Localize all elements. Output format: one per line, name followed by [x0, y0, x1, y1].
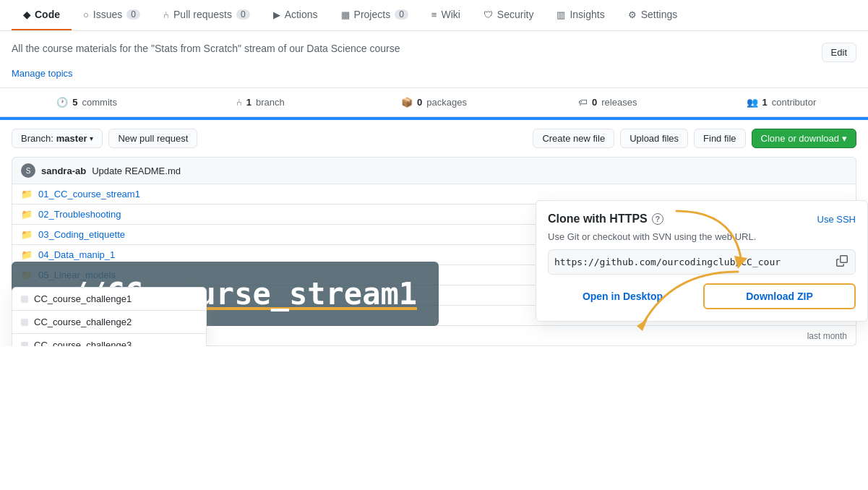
latest-commit-row: S sandra-ab Update README.md [12, 157, 856, 184]
branch-item[interactable]: CC_course_challenge1 [12, 288, 206, 311]
tab-actions-label: Actions [285, 9, 318, 20]
use-ssh-link[interactable]: Use SSH [817, 214, 856, 225]
clone-url-row: https://github.com/ourcodingclub/CC_cour [548, 249, 856, 275]
tab-issues[interactable]: ○ Issues 0 [72, 0, 152, 30]
folder-icon: 📁 [21, 189, 33, 199]
clone-title: Clone with HTTPS ? [548, 212, 663, 225]
branch-selector[interactable]: Branch: master ▾ [12, 129, 103, 148]
tab-settings-label: Settings [641, 9, 678, 20]
branch-item[interactable]: CC_course_challenge2 [12, 311, 206, 334]
help-icon[interactable]: ? [652, 213, 663, 225]
clone-button-label: Clone or download [761, 133, 839, 144]
clipboard-icon [836, 255, 848, 267]
file-name[interactable]: 01_CC_course_stream1 [38, 189, 847, 199]
top-nav: ◆ Code ○ Issues 0 ⑃ Pull requests 0 ▶ Ac… [0, 0, 868, 31]
packages-icon: 📦 [401, 97, 413, 108]
contributors-label: contributor [772, 97, 816, 108]
file-toolbar: Branch: master ▾ New pull request Create… [0, 120, 868, 157]
tab-projects-label: Projects [354, 9, 391, 20]
upload-files-button[interactable]: Upload files [620, 129, 688, 148]
clone-panel: Clone with HTTPS ? Use SSH Use Git or ch… [536, 200, 868, 322]
commit-message: Update README.md [92, 166, 847, 176]
manage-topics-link[interactable]: Manage topics [0, 68, 868, 87]
releases-count: 0 [592, 97, 597, 108]
releases-stat[interactable]: 🏷 0 releases [521, 94, 695, 111]
edit-button[interactable]: Edit [822, 43, 856, 62]
wiki-icon: ≡ [431, 9, 437, 20]
tab-security[interactable]: 🛡 Security [472, 0, 546, 30]
commit-author[interactable]: sandra-ab [41, 166, 86, 176]
pullrequest-icon: ⑃ [163, 9, 169, 20]
contributors-stat[interactable]: 👥 1 contributor [695, 94, 868, 111]
branches-count: 1 [246, 97, 252, 108]
avatar: S [21, 163, 35, 178]
folder-icon: 📁 [21, 249, 33, 260]
insights-icon: ▥ [557, 9, 565, 20]
repo-description: All the course materials for the "Stats … [12, 43, 810, 54]
folder-icon: 📁 [21, 209, 33, 220]
security-icon: 🛡 [484, 9, 493, 20]
tab-pr-label: Pull requests [173, 9, 232, 20]
tab-projects[interactable]: ▦ Projects 0 [330, 0, 420, 30]
branches-icon: ⑃ [236, 97, 242, 108]
tab-pullrequests[interactable]: ⑃ Pull requests 0 [152, 0, 262, 30]
tab-security-label: Security [497, 9, 534, 20]
projects-icon: ▦ [341, 9, 350, 20]
contributors-count: 1 [762, 97, 768, 108]
tab-wiki[interactable]: ≡ Wiki [420, 0, 472, 30]
new-pullrequest-button[interactable]: New pull request [108, 129, 197, 148]
clone-title-text: Clone with HTTPS [548, 212, 648, 225]
actions-icon: ▶ [273, 9, 280, 20]
settings-icon: ⚙ [628, 9, 637, 20]
folder-icon: 📁 [21, 229, 33, 240]
copy-url-button[interactable] [835, 254, 849, 270]
projects-badge: 0 [395, 9, 408, 20]
branch-name: master [56, 133, 87, 144]
branch-dot-icon [21, 342, 28, 347]
file-area: S sandra-ab Update README.md 📁 01_CC_cou… [0, 157, 868, 346]
clone-panel-header: Clone with HTTPS ? Use SSH [548, 212, 856, 225]
avatar-initial: S [26, 167, 31, 175]
packages-count: 0 [417, 97, 422, 108]
stats-bar: 🕐 5 commits ⑃ 1 branch 📦 0 packages 🏷 0 … [0, 87, 868, 117]
issues-icon: ○ [83, 9, 89, 20]
contributors-icon: 👥 [747, 97, 758, 108]
branch-label: Branch: [21, 133, 53, 144]
create-file-button[interactable]: Create new file [533, 129, 614, 148]
releases-label: releases [601, 97, 637, 108]
branch-name: CC_course_challenge3 [34, 340, 132, 346]
branches-stat[interactable]: ⑃ 1 branch [173, 94, 347, 111]
packages-stat[interactable]: 📦 0 packages [347, 94, 520, 111]
issues-badge: 0 [126, 9, 140, 20]
tab-code[interactable]: ◆ Code [12, 0, 72, 30]
tab-code-label: Code [35, 9, 60, 20]
code-icon: ◆ [23, 9, 30, 20]
branch-dot-icon [21, 319, 28, 326]
chevron-down-icon: ▾ [842, 133, 847, 144]
commits-count: 5 [72, 97, 77, 108]
clone-url: https://github.com/ourcodingclub/CC_cour [554, 257, 832, 267]
branch-name: CC_course_challenge1 [34, 293, 132, 304]
pr-badge: 0 [236, 9, 250, 20]
chevron-down-icon: ▾ [90, 134, 93, 142]
clone-or-download-button[interactable]: Clone or download ▾ [752, 129, 856, 148]
branch-name: CC_course_challenge2 [34, 317, 132, 327]
commits-label: commits [82, 97, 117, 108]
repo-info: All the course materials for the "Stats … [0, 31, 868, 68]
branch-item[interactable]: CC_course_challenge3 [12, 334, 206, 346]
find-file-button[interactable]: Find file [694, 129, 746, 148]
commits-stat[interactable]: 🕐 5 commits [0, 94, 173, 111]
tab-issues-label: Issues [93, 9, 122, 20]
open-desktop-button[interactable]: Open in Desktop [548, 283, 697, 309]
file-time: last month [807, 331, 847, 341]
tab-settings[interactable]: ⚙ Settings [616, 0, 689, 30]
tab-actions[interactable]: ▶ Actions [262, 0, 330, 30]
commits-icon: 🕐 [56, 97, 68, 108]
tab-wiki-label: Wiki [441, 9, 460, 20]
releases-icon: 🏷 [578, 97, 588, 108]
download-zip-button[interactable]: Download ZIP [703, 283, 856, 309]
branches-label: branch [256, 97, 285, 108]
tab-insights-label: Insights [570, 9, 604, 20]
tab-insights[interactable]: ▥ Insights [545, 0, 616, 30]
branch-dot-icon [21, 296, 28, 303]
